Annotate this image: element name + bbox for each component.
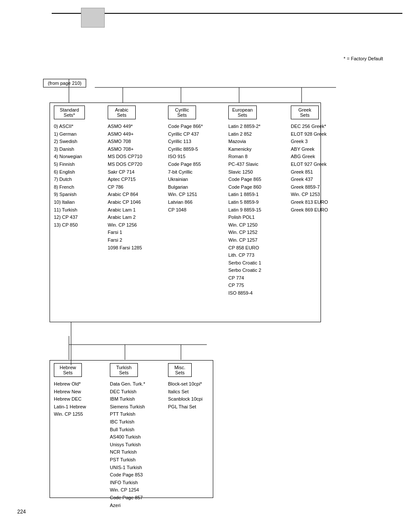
- misc-sets-items: Block-set 10cpi* Italics Set Scanblock 1…: [168, 380, 202, 411]
- turkish-sets-box: TurkishSets: [110, 363, 138, 377]
- factory-note: * = Factory Default: [344, 56, 383, 61]
- cyrillic-sets-items: Code Page 866* Cyrillic CP 437 Cyrillic …: [168, 123, 203, 214]
- hebrew-sets-items: Hebrew Old* Hebrew New Hebrew DEC Latin-…: [54, 380, 86, 418]
- misc-sets-box: Misc.Sets: [168, 363, 192, 377]
- vertical-connector-mid: [69, 322, 73, 365]
- cyrillic-sets-box: CyrillicSets: [168, 106, 196, 119]
- turkish-sets-col: TurkishSets Data Gen. Turk.* DEC Turkish…: [110, 363, 145, 509]
- greek-sets-box: GreekSets: [291, 106, 319, 119]
- greek-sets-items: DEC 256 Greek* ELOT 928 Greek Greek 3 AB…: [291, 123, 328, 214]
- page-number: 224: [17, 509, 26, 515]
- arabic-sets-box: ArabicSets: [108, 106, 136, 119]
- european-sets-box: EuropeanSets: [228, 106, 257, 119]
- arabic-sets-col: ArabicSets ASMO 449* ASMO 449+ ASMO 708 …: [108, 106, 142, 252]
- cyrillic-sets-col: CyrillicSets Code Page 866* Cyrillic CP …: [168, 106, 203, 214]
- top-tab: [81, 8, 105, 28]
- hebrew-sets-box: HebrewSets: [54, 363, 82, 377]
- connector-svg-bottom: [43, 336, 258, 362]
- standard-sets-box: StandardSets*: [54, 106, 85, 119]
- greek-sets-col: GreekSets DEC 256 Greek* ELOT 928 Greek …: [291, 106, 328, 214]
- connector-svg-top: [43, 79, 379, 307]
- standard-sets-items: 0) ASCII* 1) German 2) Swedish 3) Danish…: [54, 123, 85, 229]
- european-sets-items: Latin 2 8859-2* Latin 2 852 Mazovia Kame…: [228, 123, 261, 297]
- standard-sets-col: StandardSets* 0) ASCII* 1) German 2) Swe…: [54, 106, 85, 229]
- turkish-sets-items: Data Gen. Turk.* DEC Turkish IBM Turkish…: [110, 380, 145, 509]
- hebrew-sets-col: HebrewSets Hebrew Old* Hebrew New Hebrew…: [54, 363, 86, 418]
- european-sets-col: EuropeanSets Latin 2 8859-2* Latin 2 852…: [228, 106, 261, 297]
- misc-sets-col: Misc.Sets Block-set 10cpi* Italics Set S…: [168, 363, 202, 411]
- arabic-sets-items: ASMO 449* ASMO 449+ ASMO 708 ASMO 708+ M…: [108, 123, 142, 252]
- page-container: * = Factory Default (from page 210) Stan…: [0, 0, 411, 532]
